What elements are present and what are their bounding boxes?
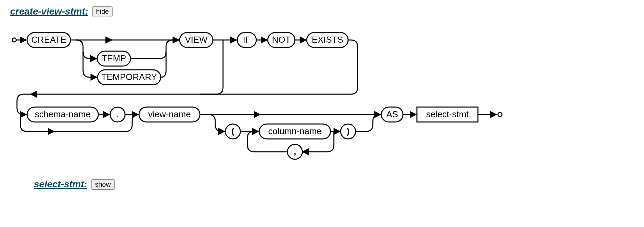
svg-text:TEMP: TEMP [102, 53, 126, 63]
svg-text:CREATE: CREATE [31, 35, 66, 45]
svg-text:column-name: column-name [268, 126, 322, 136]
node-select-stmt: select-stmt [417, 107, 478, 122]
node-comma: , [287, 144, 302, 159]
node-if: IF [237, 33, 256, 47]
node-view: VIEW [180, 33, 213, 47]
svg-text:VIEW: VIEW [185, 35, 208, 45]
svg-text:IF: IF [243, 35, 250, 45]
node-as: AS [381, 107, 403, 122]
node-view-name: view-name [139, 107, 200, 122]
node-schema-name: schema-name [27, 107, 98, 122]
svg-text:AS: AS [386, 109, 398, 119]
node-temporary: TEMPORARY [98, 70, 161, 85]
create-view-link[interactable]: create-view-stmt: [10, 6, 88, 17]
heading-create-view: create-view-stmt: hide [10, 6, 634, 17]
svg-point-0 [12, 38, 16, 42]
heading-select-stmt: select-stmt: show [34, 179, 634, 190]
svg-text:): ) [347, 126, 350, 136]
show-button[interactable]: show [91, 179, 115, 190]
node-column-name: column-name [259, 124, 330, 139]
node-create: CREATE [27, 33, 71, 47]
svg-text:.: . [116, 109, 119, 119]
svg-text:schema-name: schema-name [35, 109, 91, 119]
hide-button[interactable]: hide [92, 6, 113, 17]
svg-text:TEMPORARY: TEMPORARY [101, 72, 157, 82]
svg-text:(: ( [232, 126, 235, 136]
svg-text:view-name: view-name [148, 109, 191, 119]
svg-text:EXISTS: EXISTS [312, 35, 343, 45]
svg-text:NOT: NOT [272, 35, 291, 45]
syntax-diagram: CREATE TEMP TEMPORARY VIEW IF [10, 20, 512, 169]
node-lparen: ( [225, 124, 240, 139]
node-rparen: ) [341, 124, 356, 139]
node-dot: . [110, 107, 125, 122]
node-temp: TEMP [97, 51, 130, 66]
select-stmt-link[interactable]: select-stmt: [34, 179, 87, 190]
node-exists: EXISTS [307, 33, 348, 47]
svg-text:select-stmt: select-stmt [426, 109, 469, 119]
svg-text:,: , [294, 146, 296, 157]
node-not: NOT [268, 33, 295, 47]
svg-point-33 [498, 112, 502, 117]
